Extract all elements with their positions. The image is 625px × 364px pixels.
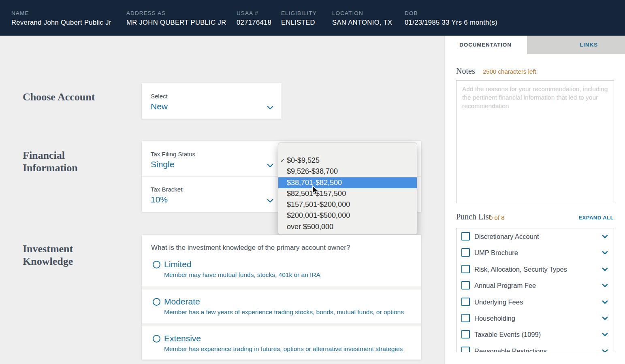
header-field-name: NAME Reverand John Qubert Public Jr: [11, 10, 111, 26]
chevron-down-icon[interactable]: [602, 300, 608, 304]
radio-label-extensive[interactable]: Extensive: [164, 334, 201, 343]
checkbox[interactable]: [461, 298, 470, 306]
dropdown-option[interactable]: ✓ $0-$9,525: [278, 155, 417, 166]
radio-label-limited[interactable]: Limited: [164, 260, 192, 269]
chevron-down-icon[interactable]: [602, 268, 608, 271]
section-title-investment-knowledge: Investment Knowledge: [23, 243, 104, 268]
header-field-usaa-number: USAA # 027176418: [237, 10, 271, 26]
field-value: ENLISTED: [281, 19, 317, 26]
dropdown-option[interactable]: $157,501-$200,000: [278, 199, 417, 210]
checkbox[interactable]: [461, 330, 470, 338]
header-field-eligibility: ELIGIBILITY ENLISTED: [281, 10, 317, 26]
field-label: NAME: [11, 10, 111, 16]
checkmark-icon: ✓: [280, 155, 285, 166]
radio-description-extensive: Member has experience trading in futures…: [164, 345, 403, 353]
tax-filing-status-value[interactable]: Single: [151, 160, 174, 169]
punch-list-item[interactable]: Annual Program Fee: [456, 277, 614, 294]
punch-list: Discretionary Account UMP Brochure Risk,…: [456, 228, 614, 352]
notes-character-counter: 2500 characters left: [483, 68, 536, 75]
section-title-financial-information: Financial Information: [23, 149, 104, 174]
account-select-value[interactable]: New: [151, 102, 168, 111]
checkbox[interactable]: [461, 347, 470, 352]
field-value: 01/23/1985 33 Yrs 6 month(s): [405, 19, 497, 26]
chevron-down-icon[interactable]: [267, 164, 273, 168]
documentation-panel: DOCUMENTATION LINKS Notes 2500 character…: [444, 36, 625, 364]
chevron-down-icon[interactable]: [602, 349, 608, 352]
field-label: DOB: [405, 10, 497, 16]
chevron-down-icon[interactable]: [267, 199, 273, 203]
punch-list-item[interactable]: Discretionary Account: [456, 228, 614, 245]
checkbox[interactable]: [461, 314, 470, 322]
dropdown-option[interactable]: $200,001-$500,000: [278, 210, 417, 221]
account-select-label: Select: [151, 93, 168, 100]
dropdown-option[interactable]: over $500,000: [278, 221, 417, 232]
checkbox[interactable]: [461, 281, 470, 289]
notes-textarea[interactable]: [456, 80, 614, 203]
field-label: ADDRESS AS: [126, 10, 226, 16]
header-field-dob: DOB 01/23/1985 33 Yrs 6 month(s): [405, 10, 497, 26]
investment-knowledge-question: What is the investment knowledge of the …: [151, 244, 350, 252]
punch-list-title: Punch List: [456, 212, 491, 221]
dropdown-option-highlighted[interactable]: $38,701-$82,500: [278, 177, 417, 188]
punch-list-item[interactable]: Reasonable Restrictions: [456, 343, 614, 352]
member-header-bar: NAME Reverand John Qubert Public Jr ADDR…: [0, 0, 625, 36]
punch-list-item[interactable]: Taxable Events (1099): [456, 326, 614, 343]
investment-knowledge-card: What is the investment knowledge of the …: [142, 235, 421, 360]
radio-limited[interactable]: [153, 261, 160, 268]
row-divider: [142, 323, 421, 326]
field-label: USAA #: [237, 10, 271, 16]
checkbox[interactable]: [461, 265, 470, 273]
chevron-down-icon[interactable]: [267, 106, 273, 110]
tax-bracket-label: Tax Bracket: [151, 186, 182, 193]
tax-filing-status-label: Tax Filing Status: [151, 151, 195, 158]
field-value: 027176418: [237, 19, 271, 26]
chevron-down-icon[interactable]: [602, 284, 608, 287]
dropdown-option[interactable]: $82,501-$157,500: [278, 188, 417, 199]
row-divider: [142, 286, 421, 289]
chevron-down-icon[interactable]: [602, 251, 608, 255]
chevron-down-icon[interactable]: [602, 317, 608, 320]
radio-label-moderate[interactable]: Moderate: [164, 297, 200, 307]
expand-all-link[interactable]: EXPAND ALL: [578, 215, 614, 221]
punch-list-progress: 0 of 8: [489, 214, 505, 221]
radio-description-moderate: Member has a few years of experience tra…: [164, 309, 404, 316]
punch-list-item[interactable]: Underlying Fees: [456, 294, 614, 310]
tab-links[interactable]: LINKS: [527, 36, 625, 54]
header-field-address-as: ADDRESS AS MR JOHN QUBERT PUBLIC JR: [126, 10, 226, 26]
checkbox[interactable]: [461, 248, 470, 257]
field-value: MR JOHN QUBERT PUBLIC JR: [126, 19, 226, 26]
punch-list-item[interactable]: UMP Brochure: [456, 245, 614, 261]
tab-documentation[interactable]: DOCUMENTATION: [445, 36, 526, 54]
header-field-location: LOCATION SAN ANTONIO, TX: [332, 10, 392, 26]
chevron-down-icon[interactable]: [602, 235, 608, 238]
tax-bracket-value[interactable]: 10%: [151, 195, 168, 204]
notes-title: Notes: [456, 66, 475, 76]
field-label: LOCATION: [332, 10, 392, 16]
section-title-choose-account: Choose Account: [23, 91, 128, 103]
field-value: Reverand John Qubert Public Jr: [11, 19, 111, 26]
radio-extensive[interactable]: [153, 335, 160, 343]
radio-moderate[interactable]: [153, 298, 160, 306]
mouse-cursor-icon: [312, 185, 319, 196]
checkbox[interactable]: [461, 232, 470, 241]
dropdown-option[interactable]: $9,526-$38,700: [278, 166, 417, 177]
punch-list-item[interactable]: Risk, Allocation, Security Types: [456, 261, 614, 277]
field-value: SAN ANTONIO, TX: [332, 19, 392, 26]
punch-list-item[interactable]: Householding: [456, 310, 614, 326]
chevron-down-icon[interactable]: [602, 333, 608, 336]
choose-account-card: Select New: [142, 83, 282, 119]
tax-bracket-dropdown-menu: ✓ $0-$9,525 $9,526-$38,700 $38,701-$82,5…: [278, 143, 417, 235]
radio-description-limited: Member may have mutual funds, stocks, 40…: [164, 271, 320, 279]
field-label: ELIGIBILITY: [281, 10, 317, 16]
